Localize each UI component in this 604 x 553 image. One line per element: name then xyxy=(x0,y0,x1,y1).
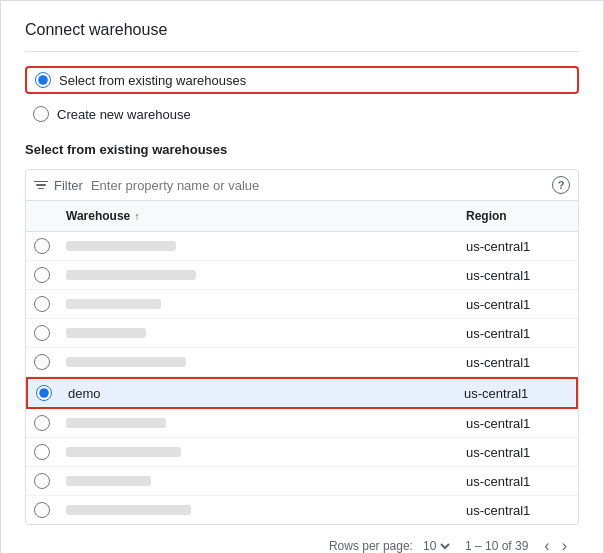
row-region-cell: us-central1 xyxy=(458,416,578,431)
table-body: us-central1us-central1us-central1us-cent… xyxy=(26,232,578,524)
table-row[interactable]: demous-central1 xyxy=(26,377,578,409)
row-name-placeholder xyxy=(66,447,181,457)
rows-per-page-select[interactable]: 10 25 50 xyxy=(419,538,453,553)
row-name-placeholder xyxy=(66,270,196,280)
radio-new-label: Create new warehouse xyxy=(57,107,191,122)
row-radio[interactable] xyxy=(34,267,50,283)
connect-warehouse-dialog: Connect warehouse Select from existing w… xyxy=(0,0,604,553)
row-radio-cell xyxy=(26,238,58,254)
table-row[interactable]: us-central1 xyxy=(26,232,578,261)
page-nav: ‹ › xyxy=(540,535,571,553)
row-radio[interactable] xyxy=(34,354,50,370)
row-radio-cell xyxy=(26,296,58,312)
row-region-cell: us-central1 xyxy=(458,355,578,370)
table-row[interactable]: us-central1 xyxy=(26,261,578,290)
table-header: Warehouse ↑ Region xyxy=(26,201,578,232)
region-col-label: Region xyxy=(466,209,507,223)
table-row[interactable]: us-central1 xyxy=(26,319,578,348)
table-row[interactable]: us-central1 xyxy=(26,467,578,496)
row-radio-cell xyxy=(26,502,58,518)
row-name-placeholder xyxy=(66,299,161,309)
row-region-cell: us-central1 xyxy=(458,326,578,341)
row-name-placeholder xyxy=(66,505,191,515)
row-radio[interactable] xyxy=(34,296,50,312)
row-radio-cell xyxy=(28,385,60,401)
row-radio[interactable] xyxy=(34,473,50,489)
row-radio-cell xyxy=(26,354,58,370)
row-region-cell: us-central1 xyxy=(458,474,578,489)
row-name-placeholder xyxy=(66,476,151,486)
col-region-header: Region xyxy=(458,209,578,223)
page-info: 1 – 10 of 39 xyxy=(465,539,528,553)
row-radio-cell xyxy=(26,473,58,489)
radio-option-new[interactable]: Create new warehouse xyxy=(25,102,579,126)
row-region-cell: us-central1 xyxy=(458,268,578,283)
row-name-placeholder xyxy=(66,241,176,251)
pagination: Rows per page: 10 25 50 1 – 10 of 39 ‹ › xyxy=(25,525,579,553)
row-region-cell: us-central1 xyxy=(456,386,576,401)
table-row[interactable]: us-central1 xyxy=(26,438,578,467)
row-name-cell xyxy=(58,357,458,367)
row-region-cell: us-central1 xyxy=(458,503,578,518)
row-name-cell xyxy=(58,505,458,515)
row-name-cell xyxy=(58,476,458,486)
row-name-placeholder xyxy=(66,357,186,367)
row-name-placeholder xyxy=(66,328,146,338)
row-radio[interactable] xyxy=(34,444,50,460)
row-radio-cell xyxy=(26,444,58,460)
warehouse-col-label: Warehouse xyxy=(66,209,130,223)
row-name-cell: demo xyxy=(60,386,456,401)
filter-bar: Filter ? xyxy=(26,170,578,201)
row-name-cell xyxy=(58,241,458,251)
prev-page-button[interactable]: ‹ xyxy=(540,535,553,553)
radio-existing-label: Select from existing warehouses xyxy=(59,73,246,88)
row-radio[interactable] xyxy=(34,325,50,341)
filter-icon: Filter xyxy=(34,178,83,193)
row-radio[interactable] xyxy=(34,238,50,254)
filter-label: Filter xyxy=(54,178,83,193)
row-radio-cell xyxy=(26,415,58,431)
row-name-cell xyxy=(58,418,458,428)
radio-option-existing[interactable]: Select from existing warehouses xyxy=(25,66,579,94)
row-name-cell xyxy=(58,299,458,309)
section-title: Select from existing warehouses xyxy=(25,142,579,157)
row-radio-cell xyxy=(26,267,58,283)
dialog-title: Connect warehouse xyxy=(25,21,579,52)
rows-per-page: Rows per page: 10 25 50 xyxy=(329,538,453,553)
table-row[interactable]: us-central1 xyxy=(26,409,578,438)
next-page-button[interactable]: › xyxy=(558,535,571,553)
help-icon[interactable]: ? xyxy=(552,176,570,194)
row-region-cell: us-central1 xyxy=(458,239,578,254)
row-radio[interactable] xyxy=(36,385,52,401)
col-radio-header xyxy=(26,209,58,223)
col-warehouse-header[interactable]: Warehouse ↑ xyxy=(58,209,458,223)
filter-lines-icon xyxy=(34,181,48,190)
table-row[interactable]: us-central1 xyxy=(26,496,578,524)
row-name-cell xyxy=(58,447,458,457)
row-name-placeholder xyxy=(66,418,166,428)
row-region-cell: us-central1 xyxy=(458,445,578,460)
radio-new[interactable] xyxy=(33,106,49,122)
warehouse-table-container: Filter ? Warehouse ↑ Region us-central1u… xyxy=(25,169,579,525)
filter-input[interactable] xyxy=(91,178,544,193)
radio-group: Select from existing warehouses Create n… xyxy=(25,66,579,126)
radio-existing[interactable] xyxy=(35,72,51,88)
sort-arrow-icon: ↑ xyxy=(134,210,140,222)
row-name-cell xyxy=(58,270,458,280)
row-name-cell xyxy=(58,328,458,338)
rows-per-page-label: Rows per page: xyxy=(329,539,413,553)
row-radio[interactable] xyxy=(34,415,50,431)
row-radio[interactable] xyxy=(34,502,50,518)
table-row[interactable]: us-central1 xyxy=(26,290,578,319)
row-region-cell: us-central1 xyxy=(458,297,578,312)
table-row[interactable]: us-central1 xyxy=(26,348,578,377)
row-radio-cell xyxy=(26,325,58,341)
